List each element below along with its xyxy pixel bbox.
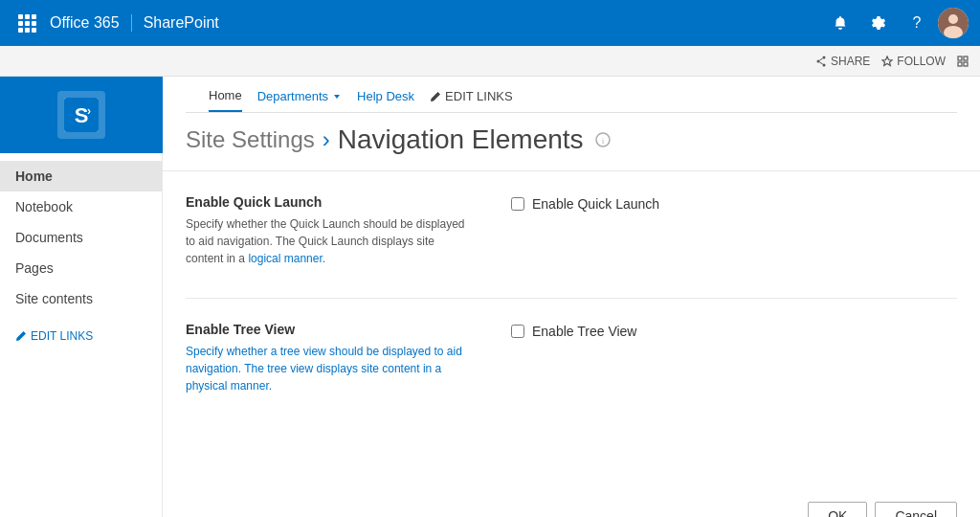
section-divider bbox=[186, 298, 957, 299]
settings-body: Enable Quick Launch Specify whether the … bbox=[163, 171, 980, 448]
quick-launch-desc-text: Specify whether the Quick Launch should … bbox=[186, 215, 473, 267]
tree-view-title: Enable Tree View bbox=[186, 322, 473, 337]
tree-view-control: Enable Tree View bbox=[511, 322, 636, 339]
sidebar-item-site-contents[interactable]: Site contents bbox=[0, 283, 162, 314]
follow-label: FOLLOW bbox=[897, 55, 946, 68]
subnav-departments[interactable]: Departments bbox=[257, 89, 342, 111]
logo-box: S › bbox=[57, 91, 105, 139]
tree-view-checkbox[interactable] bbox=[511, 325, 524, 338]
main-layout: S › Home Notebook Documents Pages Site c… bbox=[0, 77, 980, 517]
svg-text:i: i bbox=[601, 136, 604, 146]
tree-view-section: Enable Tree View Specify whether a tree … bbox=[186, 322, 957, 394]
top-navigation-bar: Office 365 SharePoint ? bbox=[0, 0, 980, 46]
sharepoint-title[interactable]: SharePoint bbox=[144, 14, 219, 32]
info-circle-icon[interactable]: i bbox=[595, 132, 611, 147]
svg-point-4 bbox=[816, 59, 819, 62]
site-logo: S › bbox=[0, 77, 163, 153]
focus-action[interactable] bbox=[957, 56, 969, 67]
sidebar-item-notebook[interactable]: Notebook bbox=[0, 191, 162, 222]
waffle-menu-icon[interactable] bbox=[11, 8, 42, 38]
quick-launch-title: Enable Quick Launch bbox=[186, 194, 473, 210]
svg-text:›: › bbox=[87, 104, 91, 118]
cancel-button[interactable]: Cancel bbox=[875, 502, 957, 517]
user-avatar[interactable] bbox=[938, 8, 969, 38]
svg-rect-12 bbox=[964, 62, 968, 66]
subnav-help-desk[interactable]: Help Desk bbox=[357, 89, 414, 111]
share-label: SHARE bbox=[831, 55, 870, 68]
follow-action[interactable]: FOLLOW bbox=[881, 55, 946, 68]
sidebar-nav: Home Notebook Documents Pages Site conte… bbox=[0, 153, 162, 322]
logo-letter: S › bbox=[64, 98, 99, 132]
subnav-home[interactable]: Home bbox=[209, 88, 242, 112]
svg-marker-8 bbox=[882, 56, 892, 66]
svg-rect-10 bbox=[964, 56, 968, 60]
quick-launch-label[interactable]: Enable Quick Launch bbox=[532, 196, 659, 212]
svg-point-1 bbox=[948, 14, 958, 24]
subnav-edit-links[interactable]: EDIT LINKS bbox=[430, 89, 513, 111]
share-action[interactable]: SHARE bbox=[815, 55, 870, 68]
svg-point-3 bbox=[822, 56, 825, 58]
quick-launch-link[interactable]: logical manner. bbox=[248, 252, 325, 265]
svg-line-6 bbox=[819, 58, 822, 60]
quick-launch-section: Enable Quick Launch Specify whether the … bbox=[186, 194, 957, 267]
sidebar-item-pages[interactable]: Pages bbox=[0, 253, 162, 283]
sidebar-edit-links[interactable]: EDIT LINKS bbox=[0, 322, 162, 350]
subnav-bar: Home Departments Help Desk EDIT LINKS bbox=[186, 84, 957, 113]
quick-launch-description: Enable Quick Launch Specify whether the … bbox=[186, 194, 473, 267]
svg-rect-9 bbox=[958, 56, 962, 60]
ok-button[interactable]: OK bbox=[808, 502, 867, 517]
title-prefix: Site Settings bbox=[186, 126, 315, 153]
tree-view-label[interactable]: Enable Tree View bbox=[532, 324, 636, 339]
tree-view-description: Enable Tree View Specify whether a tree … bbox=[186, 322, 473, 394]
title-main: Navigation Elements bbox=[338, 124, 584, 155]
sidebar: S › Home Notebook Documents Pages Site c… bbox=[0, 77, 163, 517]
page-header: Site Settings › Navigation Elements i bbox=[163, 113, 980, 171]
title-arrow-icon: › bbox=[323, 126, 330, 153]
svg-point-5 bbox=[822, 63, 825, 66]
svg-line-7 bbox=[819, 61, 822, 63]
page-title: Site Settings › Navigation Elements i bbox=[186, 124, 957, 155]
help-icon[interactable]: ? bbox=[900, 6, 934, 40]
content-area: Home Departments Help Desk EDIT LINKS bbox=[163, 77, 980, 517]
quick-launch-checkbox[interactable] bbox=[511, 197, 524, 211]
office-title[interactable]: Office 365 bbox=[50, 14, 132, 32]
sidebar-item-documents[interactable]: Documents bbox=[0, 222, 162, 253]
quick-launch-control: Enable Quick Launch bbox=[511, 194, 659, 212]
svg-rect-11 bbox=[958, 62, 962, 66]
tree-view-desc-text: Specify whether a tree view should be di… bbox=[186, 343, 473, 394]
settings-icon[interactable] bbox=[861, 6, 896, 40]
notifications-icon[interactable] bbox=[823, 6, 858, 40]
top-bar-left: Office 365 SharePoint bbox=[11, 8, 219, 38]
action-footer: OK Cancel bbox=[163, 486, 980, 517]
top-bar-right: ? bbox=[823, 6, 969, 40]
sidebar-item-home[interactable]: Home bbox=[0, 161, 162, 191]
top-nav-area: Home Departments Help Desk EDIT LINKS bbox=[163, 77, 980, 113]
secondary-action-bar: SHARE FOLLOW bbox=[0, 46, 980, 77]
